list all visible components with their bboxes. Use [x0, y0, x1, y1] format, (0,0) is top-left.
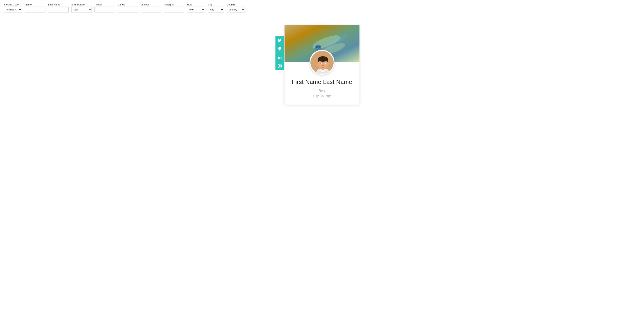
country-label: Country [227, 3, 245, 6]
svg-point-20 [320, 63, 321, 64]
github-input[interactable] [118, 6, 138, 12]
svg-rect-16 [318, 59, 319, 62]
country-select[interactable]: country USA UK [227, 6, 245, 12]
include-cover-label: Include Cover [4, 3, 22, 6]
sm-position-select[interactable]: Left Right Top Bottom [71, 6, 92, 12]
github-icon [278, 47, 282, 51]
svg-point-24 [327, 63, 329, 65]
toolbar: Include Cover Include Cover Name Last Na… [0, 0, 644, 16]
last-name-input[interactable] [48, 6, 68, 12]
role-label: Role [187, 3, 205, 6]
twitter-input[interactable] [94, 6, 115, 12]
instagram-social-button[interactable] [276, 62, 284, 70]
instagram-input[interactable] [164, 6, 184, 12]
github-label: Github [118, 3, 138, 6]
role-field: Role role Developer Designer [187, 3, 205, 12]
svg-point-3 [281, 65, 281, 65]
card-body: First Name Last Name Role City Country [284, 75, 360, 105]
avatar-svg [310, 51, 334, 75]
svg-point-23 [317, 63, 319, 65]
svg-point-9 [316, 46, 318, 48]
twitter-field: Twitter [94, 3, 115, 12]
card-full-name: First Name Last Name [289, 78, 355, 85]
svg-point-22 [322, 65, 324, 66]
svg-point-15 [318, 56, 328, 62]
card-location: City Country [289, 94, 355, 98]
linkedin-input[interactable] [141, 6, 161, 12]
svg-point-0 [278, 56, 279, 56]
github-field: Github [118, 3, 138, 12]
card-role: Role [289, 89, 355, 92]
avatar-ring [310, 50, 334, 75]
twitter-label: Twitter [94, 3, 115, 6]
svg-rect-1 [278, 64, 282, 68]
city-label: City [208, 3, 224, 6]
include-cover-select[interactable]: Include Cover [4, 6, 22, 12]
city-select[interactable]: city New York London [208, 6, 224, 12]
linkedin-icon [278, 55, 282, 59]
svg-point-10 [318, 46, 321, 48]
sm-position-field: S.M. Position Left Right Top Bottom [71, 3, 92, 12]
last-name-field: Last Name [48, 3, 68, 12]
svg-rect-17 [327, 59, 328, 62]
linkedin-label: LinkedIn [141, 3, 161, 6]
city-field: City city New York London [208, 3, 224, 12]
twitter-icon [278, 38, 282, 42]
svg-point-21 [324, 63, 326, 64]
sm-position-label: S.M. Position [71, 3, 92, 6]
name-label: Name [25, 3, 46, 6]
linkedin-social-button[interactable] [276, 53, 284, 62]
svg-point-2 [279, 65, 280, 67]
role-select[interactable]: role Developer Designer [187, 6, 205, 12]
country-field: Country country USA UK [227, 3, 245, 12]
avatar-container [284, 50, 360, 75]
instagram-field: Instagram [164, 3, 184, 12]
social-sidebar [276, 36, 284, 70]
last-name-label: Last Name [48, 3, 68, 6]
name-field: Name [25, 3, 46, 12]
profile-card: First Name Last Name Role City Country [284, 25, 360, 105]
main-content: First Name Last Name Role City Country [0, 16, 644, 114]
instagram-label: Instagram [164, 3, 184, 6]
twitter-social-button[interactable] [276, 36, 284, 44]
include-cover-field: Include Cover Include Cover [4, 3, 22, 12]
linkedin-field: LinkedIn [141, 3, 161, 12]
card-wrapper: First Name Last Name Role City Country [284, 25, 360, 105]
name-input[interactable] [25, 6, 46, 12]
instagram-icon [278, 64, 282, 68]
github-social-button[interactable] [276, 44, 284, 53]
